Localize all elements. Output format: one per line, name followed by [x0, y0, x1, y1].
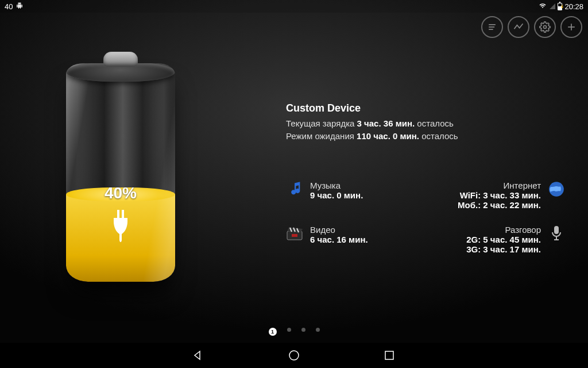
status-time: 20:28	[564, 2, 583, 11]
video-value: 6 час. 16 мин.	[310, 235, 368, 244]
svg-rect-14	[385, 351, 393, 359]
battery-graphic: 40%	[63, 52, 178, 299]
page-dot-2[interactable]	[287, 328, 291, 332]
page-dot-1[interactable]: 1	[269, 328, 277, 336]
charge-line: Текущая зарядка 3 час. 36 мин. осталось	[286, 117, 565, 130]
battery-cap	[103, 52, 138, 67]
battery-body: 40%	[66, 63, 175, 282]
globe-icon	[548, 181, 565, 198]
talk-2g: 2G: 5 час. 45 мин.	[466, 235, 541, 244]
add-button[interactable]	[560, 16, 582, 38]
wifi-icon	[538, 2, 547, 11]
mic-icon	[548, 225, 565, 242]
settings-button[interactable]	[534, 16, 556, 38]
usage-talk: Разговор 2G: 5 час. 45 мин. 3G: 3 час. 1…	[425, 225, 565, 254]
standby-line: Режим ожидания 110 час. 0 мин. осталось	[286, 130, 565, 143]
internet-title: Интернет	[458, 181, 541, 190]
page-dot-4[interactable]	[316, 328, 320, 332]
talk-title: Разговор	[466, 225, 541, 235]
status-left: 40	[5, 2, 23, 11]
usage-music: Музыка 9 час. 0 мин.	[286, 181, 425, 210]
svg-point-3	[544, 26, 547, 29]
clapper-icon	[286, 225, 303, 242]
plug-icon	[66, 210, 175, 256]
standby-time: 110 час. 0 мин.	[357, 131, 419, 141]
svg-rect-8	[292, 234, 297, 237]
device-info: Custom Device Текущая зарядка 3 час. 36 …	[286, 102, 565, 143]
internet-mobile: Моб.: 2 час. 22 мин.	[458, 200, 541, 210]
signal-icon	[550, 3, 555, 9]
talk-3g: 3G: 3 час. 17 мин.	[466, 244, 541, 254]
battery-percent-label: 40%	[66, 184, 175, 202]
usage-internet: Интернет WiFi: 3 час. 33 мин. Моб.: 2 ча…	[425, 181, 565, 210]
recent-button[interactable]	[382, 348, 397, 363]
page-indicator[interactable]: 1	[0, 328, 588, 336]
page-dot-3[interactable]	[301, 328, 305, 332]
music-value: 9 час. 0 мин.	[310, 190, 363, 200]
home-button[interactable]	[287, 348, 301, 363]
charge-time: 3 час. 36 мин.	[357, 118, 415, 128]
charge-prefix: Текущая зарядка	[286, 118, 357, 128]
music-title: Музыка	[310, 181, 363, 190]
android-icon	[16, 2, 23, 11]
status-bar: 40 ⚡ 20:28	[0, 0, 588, 13]
android-navbar	[0, 343, 588, 368]
svg-rect-9	[554, 226, 559, 234]
charge-suffix: осталось	[415, 118, 454, 128]
music-icon	[286, 181, 303, 198]
app-toolbar	[481, 16, 582, 38]
list-button[interactable]	[481, 16, 503, 38]
status-number: 40	[5, 2, 13, 11]
battery-mini-icon: ⚡	[558, 3, 562, 10]
usage-video: Видео 6 час. 16 мин.	[286, 225, 425, 254]
device-name: Custom Device	[286, 102, 565, 114]
usage-grid: Музыка 9 час. 0 мин. Интернет WiFi: 3 ча…	[286, 181, 565, 254]
svg-point-13	[289, 351, 299, 360]
status-right: ⚡ 20:28	[538, 2, 583, 11]
chart-button[interactable]	[508, 16, 529, 38]
internet-wifi: WiFi: 3 час. 33 мин.	[458, 190, 541, 200]
video-title: Видео	[310, 225, 368, 235]
standby-suffix: осталось	[419, 131, 458, 141]
standby-prefix: Режим ожидания	[286, 131, 357, 141]
back-button[interactable]	[191, 348, 206, 363]
svg-marker-12	[195, 351, 200, 359]
